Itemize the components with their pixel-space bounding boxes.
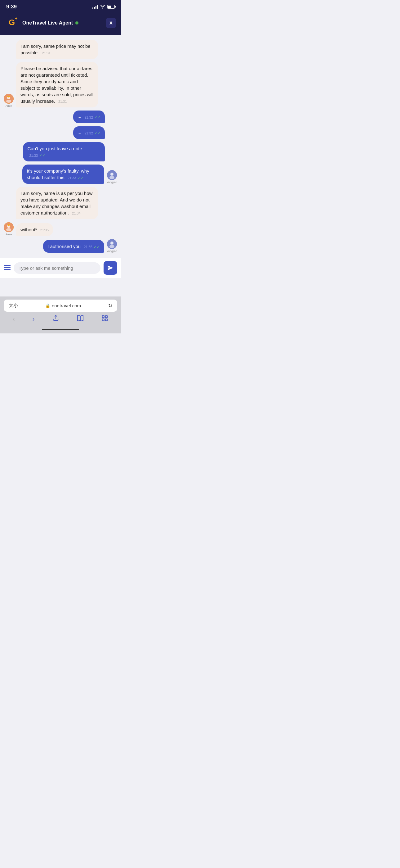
bookmarks-button[interactable] (77, 315, 84, 323)
online-indicator (75, 22, 78, 25)
message-bubble: ··· 21:32 ✓✓ (73, 126, 105, 139)
message-bubble: I authorised you 21:35 ✓✓ (43, 240, 104, 253)
chat-area: I am sorry, same price may not be possib… (0, 35, 121, 258)
message-meta: 21:31 (42, 51, 51, 56)
svg-rect-21 (102, 316, 104, 318)
svg-text:G: G (9, 18, 15, 27)
input-bar (0, 258, 121, 278)
home-indicator (0, 327, 121, 333)
browser-nav: ‹ › (4, 312, 117, 325)
forward-button[interactable]: › (33, 315, 35, 322)
avatar-wrapper: Yongjian (107, 239, 117, 253)
message-meta: 21:35 ✓✓ (84, 245, 100, 250)
message-text: ··· (77, 130, 81, 135)
message-row: Yongjian I authorised you 21:35 ✓✓ (4, 239, 117, 253)
message-text: I am sorry, name is as per you how you h… (21, 191, 92, 215)
avatar-label: Yongjian (107, 250, 117, 253)
svg-point-9 (109, 176, 114, 179)
url-display: 🔒 onetravel.com (45, 303, 81, 308)
url-text: onetravel.com (52, 303, 81, 308)
message-bubble: Please be advised that our airfares are … (16, 62, 98, 107)
back-button[interactable]: ‹ (13, 315, 15, 322)
lock-icon: 🔒 (45, 303, 50, 308)
signal-icon (92, 5, 98, 9)
svg-rect-19 (4, 269, 10, 270)
message-text: ··· (77, 114, 81, 120)
avatar (4, 222, 14, 232)
brand-logo: G + (5, 16, 19, 30)
message-text: I am sorry, same price may not be possib… (21, 43, 91, 55)
agent-name: OneTravel Live Agent (22, 20, 73, 26)
svg-point-15 (110, 242, 113, 245)
read-ticks: ✓✓ (94, 115, 100, 120)
message-meta: 21:31 (58, 99, 67, 104)
message-row: Can't you just leave a note 21:33 ✓✓ (4, 142, 117, 161)
message-bubble: ··· 21:32 ✓✓ (73, 111, 105, 123)
message-text: without* (21, 227, 37, 232)
share-button[interactable] (53, 315, 59, 323)
status-time: 9:39 (6, 4, 17, 10)
battery-icon (107, 5, 115, 9)
text-size-label: 大小 (9, 303, 18, 309)
svg-text:+: + (15, 16, 18, 21)
message-row: ··· 21:32 ✓✓ (4, 126, 117, 139)
message-bubble: I am sorry, name is as per you how you h… (16, 187, 98, 219)
reload-icon[interactable]: ↻ (108, 303, 112, 309)
avatar (107, 239, 117, 249)
avatar-wrapper: Yongjian (107, 170, 117, 184)
message-row: I am sorry, same price may not be possib… (4, 40, 117, 59)
svg-point-8 (110, 173, 113, 176)
status-bar: 9:39 (0, 0, 121, 12)
message-meta: 21:33 ✓✓ (29, 153, 45, 158)
message-meta: 21:32 ✓✓ (84, 131, 100, 136)
message-meta: 21:32 ✓✓ (84, 115, 100, 120)
avatar (4, 94, 14, 104)
svg-rect-18 (4, 267, 10, 268)
url-bar[interactable]: 大小 🔒 onetravel.com ↻ (4, 300, 117, 312)
avatar-wrapper: Amie (4, 222, 14, 236)
send-button[interactable] (104, 261, 117, 275)
message-bubble: It's your company's faulty, why should I… (22, 164, 104, 184)
message-row: I am sorry, name is as per you how you h… (4, 187, 117, 219)
avatar-wrapper: Amie (4, 94, 14, 107)
avatar (107, 170, 117, 180)
empty-area (0, 278, 121, 297)
message-row: Amie Please be advised that our airfares… (4, 62, 117, 107)
read-ticks: ✓✓ (94, 131, 100, 136)
svg-point-12 (6, 228, 11, 231)
read-ticks: ✓✓ (39, 153, 45, 158)
avatar-label: Yongjian (107, 181, 117, 184)
message-row: Yongjian It's your company's faulty, why… (4, 164, 117, 184)
svg-rect-22 (105, 316, 107, 318)
read-ticks: ✓✓ (94, 245, 100, 250)
message-row: ··· 21:32 ✓✓ (4, 111, 117, 123)
message-text: Please be advised that our airfares are … (21, 66, 93, 104)
avatar-label: Amie (6, 233, 12, 236)
svg-point-5 (6, 100, 11, 103)
wifi-icon (100, 4, 105, 10)
message-meta: 21:35 (40, 228, 49, 232)
close-button[interactable]: X (106, 18, 116, 28)
message-input[interactable] (14, 262, 100, 274)
tabs-button[interactable] (101, 315, 108, 323)
message-text: I authorised you (47, 244, 80, 249)
message-meta: 21:33 ✓✓ (68, 176, 84, 181)
message-text: Can't you just leave a note (27, 146, 82, 151)
header-info: OneTravel Live Agent (22, 20, 102, 26)
message-bubble: Can't you just leave a note 21:33 ✓✓ (23, 142, 105, 161)
message-meta: 21:34 (72, 211, 80, 216)
message-bubble: without* 21:35 (16, 223, 53, 236)
chat-header: G + OneTravel Live Agent X (0, 12, 121, 35)
read-ticks: ✓✓ (77, 176, 84, 181)
svg-rect-24 (102, 319, 104, 321)
avatar-label: Amie (6, 104, 12, 107)
svg-point-16 (109, 245, 114, 248)
svg-rect-17 (4, 265, 10, 266)
home-bar (42, 329, 79, 330)
menu-icon[interactable] (4, 265, 10, 272)
status-icons (92, 4, 115, 10)
message-row: Amie without* 21:35 (4, 222, 117, 236)
browser-bar: 大小 🔒 onetravel.com ↻ ‹ › (0, 297, 121, 327)
svg-rect-23 (105, 319, 107, 321)
message-bubble: I am sorry, same price may not be possib… (16, 40, 98, 59)
